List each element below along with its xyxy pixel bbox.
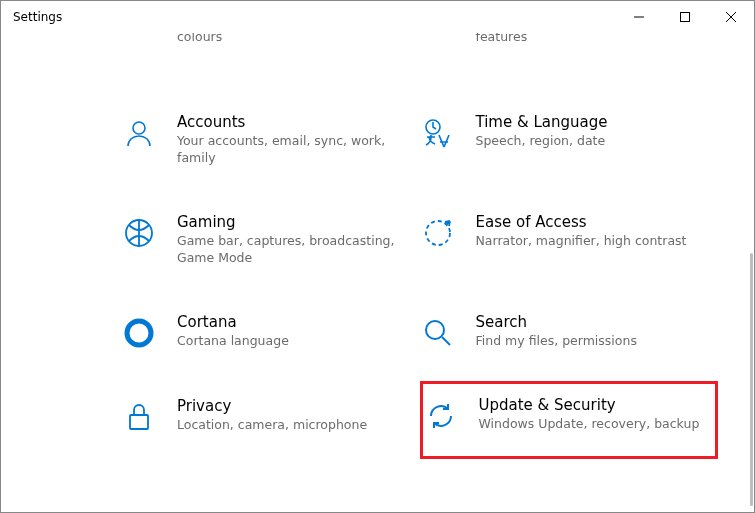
maximize-button[interactable]: [662, 1, 708, 33]
category-desc: Narrator, magnifier, high contrast: [476, 233, 711, 250]
svg-point-5: [127, 321, 151, 345]
category-personalization[interactable]: colours: [121, 33, 420, 71]
category-title: Gaming: [177, 213, 412, 231]
scrollbar-thumb[interactable]: [750, 253, 753, 506]
category-apps[interactable]: features: [420, 33, 719, 71]
scrollbar[interactable]: [748, 33, 754, 512]
accounts-icon: [121, 115, 157, 151]
settings-content: colours features Accounts Your accounts,…: [1, 33, 748, 512]
category-title: Update & Security: [479, 396, 708, 414]
category-title: Cortana: [177, 313, 412, 331]
svg-rect-7: [130, 415, 148, 429]
svg-point-6: [426, 321, 444, 339]
settings-grid: colours features Accounts Your accounts,…: [1, 33, 748, 439]
category-title: Ease of Access: [476, 213, 711, 231]
category-desc: Game bar, captures, broadcasting, Game M…: [177, 233, 412, 267]
search-icon: [420, 315, 456, 351]
window-title: Settings: [13, 10, 62, 24]
close-button[interactable]: [708, 1, 754, 33]
time-language-icon: [420, 115, 456, 151]
category-search[interactable]: Search Find my files, permissions: [420, 309, 719, 355]
cortana-icon: [121, 315, 157, 351]
category-title: Accounts: [177, 113, 412, 131]
category-title: Search: [476, 313, 711, 331]
category-desc: Windows Update, recovery, backup: [479, 416, 708, 433]
category-title: Time & Language: [476, 113, 711, 131]
category-desc: features: [476, 33, 711, 46]
category-desc: colours: [177, 33, 412, 46]
category-desc: Your accounts, email, sync, work, family: [177, 133, 412, 167]
update-icon: [423, 398, 459, 434]
category-privacy[interactable]: Privacy Location, camera, microphone: [121, 393, 420, 439]
gaming-icon: [121, 215, 157, 251]
svg-rect-0: [681, 13, 690, 22]
category-desc: Speech, region, date: [476, 133, 711, 150]
titlebar: Settings: [1, 1, 754, 33]
category-gaming[interactable]: Gaming Game bar, captures, broadcasting,…: [121, 209, 420, 271]
lock-icon: [121, 399, 157, 435]
category-time-language[interactable]: Time & Language Speech, region, date: [420, 109, 719, 171]
category-desc: Find my files, permissions: [476, 333, 711, 350]
window-controls: [616, 1, 754, 33]
category-update-security[interactable]: Update & Security Windows Update, recove…: [420, 381, 719, 459]
category-cortana[interactable]: Cortana Cortana language: [121, 309, 420, 355]
ease-of-access-icon: [420, 215, 456, 251]
category-desc: Location, camera, microphone: [177, 417, 412, 434]
category-ease-of-access[interactable]: Ease of Access Narrator, magnifier, high…: [420, 209, 719, 271]
category-accounts[interactable]: Accounts Your accounts, email, sync, wor…: [121, 109, 420, 171]
svg-point-1: [133, 122, 145, 134]
minimize-button[interactable]: [616, 1, 662, 33]
category-title: Privacy: [177, 397, 412, 415]
category-desc: Cortana language: [177, 333, 412, 350]
